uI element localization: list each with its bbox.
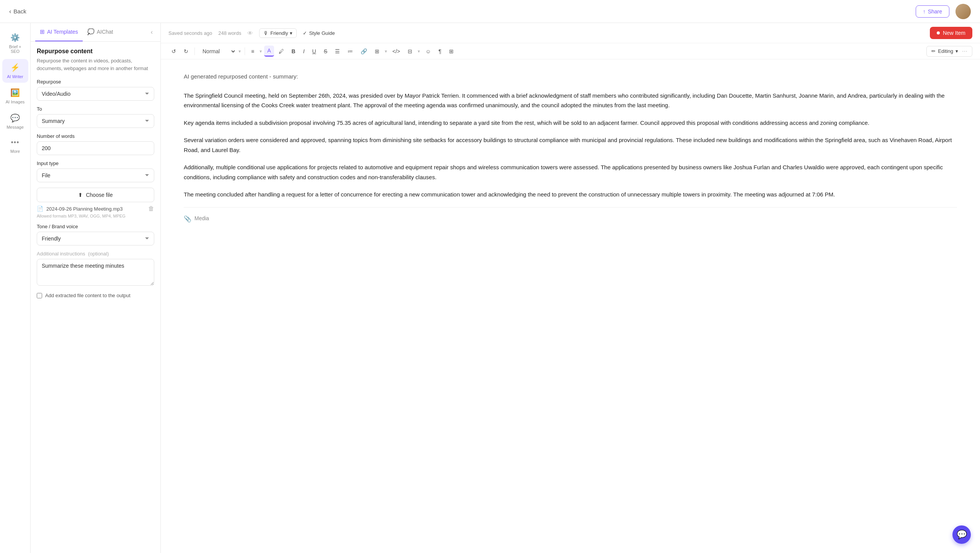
panel-section-desc: Repurpose the content in videos, podcast… — [37, 57, 154, 72]
highlight-button[interactable]: 🖊 — [276, 46, 287, 56]
ai-writer-icon: ⚡ — [10, 63, 20, 72]
share-label: Share — [928, 8, 942, 15]
sidebar-item-message[interactable]: 💬 Message — [2, 110, 28, 133]
underline-button[interactable]: U — [309, 46, 319, 56]
editor-meta-bar: Saved seconds ago 248 words 👁 🎙 Friendly… — [161, 23, 980, 43]
file-delete-button[interactable]: 🗑 — [148, 205, 154, 212]
topbar-left: ‹ Back — [9, 8, 26, 15]
editing-chevron-icon: ▾ — [956, 48, 958, 54]
redo-button[interactable]: ↻ — [181, 46, 191, 56]
share-button[interactable]: ↑ Share — [916, 5, 949, 18]
additional-textarea[interactable]: Summarize these meeting minutes — [37, 259, 154, 286]
repurpose-group: Repurpose Video/Audio Document Webpage P… — [37, 79, 154, 101]
choose-file-label: Choose file — [86, 192, 113, 198]
new-item-button[interactable]: New Item — [930, 27, 972, 39]
choose-file-button[interactable]: ⬆ Choose file — [37, 188, 154, 202]
editor-paragraph-3[interactable]: Several variation orders were considered… — [184, 135, 957, 155]
media-icon: 📎 — [184, 214, 191, 224]
templates-tab-icon: ⊞ — [40, 28, 45, 35]
sidebar-item-label-more: More — [10, 149, 20, 154]
editor-content: AI generated repurposed content - summar… — [161, 59, 980, 553]
saved-status: Saved seconds ago — [168, 30, 212, 36]
tab-ai-templates[interactable]: ⊞ AI Templates — [35, 23, 83, 41]
tone-label: Tone / Brand voice — [37, 224, 154, 229]
bold-button[interactable]: B — [289, 46, 299, 56]
words-input[interactable] — [37, 141, 154, 155]
editing-label: Editing — [938, 48, 953, 54]
editor-paragraph-5[interactable]: The meeting concluded after handling a r… — [184, 190, 957, 200]
undo-button[interactable]: ↺ — [168, 46, 179, 56]
file-group: ⬆ Choose file 📄 2024-09-26 Planning Meet… — [37, 188, 154, 218]
file-doc-icon: 📄 — [37, 206, 43, 212]
strikethrough-button[interactable]: S — [321, 46, 330, 56]
list-button[interactable]: ≔ — [345, 46, 356, 56]
editor-paragraph-2[interactable]: Key agenda items included a subdivision … — [184, 118, 957, 128]
sidebar-item-ai-writer[interactable]: ⚡ AI Writer — [2, 59, 28, 83]
repurpose-select[interactable]: Video/Audio Document Webpage Podcast Soc… — [37, 87, 154, 101]
tone-select[interactable]: Friendly Professional Casual Formal — [37, 232, 154, 245]
new-item-label: New Item — [943, 30, 965, 36]
link-button[interactable]: 🔗 — [358, 46, 370, 56]
tone-selector[interactable]: 🎙 Friendly ▾ — [259, 28, 297, 38]
tab-templates-label: AI Templates — [47, 29, 78, 35]
align-left-button[interactable]: ≡ — [248, 46, 257, 56]
editor-paragraph-4[interactable]: Additionally, multiple conditional use a… — [184, 162, 957, 182]
extract-checkbox[interactable] — [37, 293, 42, 298]
tab-aichat[interactable]: 💭 AIChat — [83, 23, 118, 41]
ai-images-icon: 🖼️ — [10, 88, 20, 97]
words-group: Number of words — [37, 133, 154, 155]
main-layout: ⚙️ Brief + SEO ⚡ AI Writer 🖼️ AI Images … — [0, 0, 980, 553]
editing-button[interactable]: ✏ Editing ▾ ⋯ — [926, 46, 972, 57]
panel-tabs: ⊞ AI Templates 💭 AIChat ‹ — [31, 23, 160, 42]
pencil-icon: ✏ — [931, 48, 936, 54]
checkbox-row: Add extracted file content to the output — [37, 293, 154, 298]
upload-icon: ⬆ — [78, 192, 83, 198]
eye-icon[interactable]: 👁 — [247, 30, 253, 36]
emoji-button[interactable]: ☺ — [422, 46, 434, 56]
sidebar-item-brief-seo[interactable]: ⚙️ Brief + SEO — [2, 29, 28, 57]
input-type-label: Input type — [37, 160, 154, 166]
icon-sidebar: ⚙️ Brief + SEO ⚡ AI Writer 🖼️ AI Images … — [0, 23, 31, 553]
sidebar-item-more[interactable]: ••• More — [2, 135, 28, 157]
more-options-icon: ⋯ — [962, 48, 967, 54]
brief-seo-icon: ⚙️ — [10, 33, 20, 42]
topbar: ‹ Back ↑ Share — [0, 0, 980, 23]
content-heading: AI generated repurposed content - summar… — [184, 72, 957, 82]
sidebar-item-ai-images[interactable]: 🖼️ AI Images — [2, 84, 28, 108]
additional-label: Additional instructions (optional) — [37, 251, 154, 257]
sidebar-item-label-ai-writer: AI Writer — [7, 74, 23, 79]
panel-section-title: Repurpose content — [37, 48, 154, 55]
sidebar-item-label-brief-seo: Brief + SEO — [5, 44, 25, 54]
grid-button[interactable]: ⊟ — [405, 46, 415, 56]
more-format-button[interactable]: ⊞ — [446, 46, 457, 56]
input-type-select[interactable]: File URL Text — [37, 169, 154, 182]
file-name: 2024-09-26 Planning Meeting.mp3 — [46, 206, 122, 212]
avatar[interactable] — [956, 4, 971, 19]
more-icon: ••• — [11, 139, 20, 147]
chat-widget-button[interactable]: 💬 — [952, 525, 971, 544]
tone-chevron-icon: ▾ — [290, 30, 292, 36]
code-button[interactable]: </> — [389, 46, 403, 56]
underline-color-button[interactable]: A — [264, 46, 274, 57]
align-button[interactable]: ☰ — [332, 46, 343, 56]
sidebar-item-label-message: Message — [7, 125, 24, 129]
table-button[interactable]: ⊞ — [372, 46, 382, 56]
tone-group: Tone / Brand voice Friendly Professional… — [37, 224, 154, 245]
panel-collapse-button[interactable]: ‹ — [148, 26, 156, 39]
toolbar-sep-1 — [194, 47, 195, 55]
italic-button[interactable]: I — [300, 46, 308, 56]
format-style-select[interactable]: Normal Heading 1 Heading 2 — [198, 46, 236, 56]
style-guide-button[interactable]: ✓ Style Guide — [303, 30, 335, 36]
file-item: 📄 2024-09-26 Planning Meeting.mp3 🗑 — [37, 205, 154, 212]
sidebar-item-label-ai-images: AI Images — [6, 100, 25, 104]
repurpose-label: Repurpose — [37, 79, 154, 85]
checkbox-label[interactable]: Add extracted file content to the output — [45, 293, 131, 298]
editor-paragraph-1[interactable]: The Springfield Council meeting, held on… — [184, 91, 957, 110]
additional-optional: (optional) — [88, 251, 109, 257]
media-label: Media — [194, 214, 209, 223]
to-select[interactable]: Summary Blog Post Social Post Newsletter… — [37, 114, 154, 128]
special-char-button[interactable]: ¶ — [436, 46, 445, 56]
words-label: Number of words — [37, 133, 154, 139]
back-button[interactable]: ‹ Back — [9, 8, 26, 15]
to-group: To Summary Blog Post Social Post Newslet… — [37, 106, 154, 128]
